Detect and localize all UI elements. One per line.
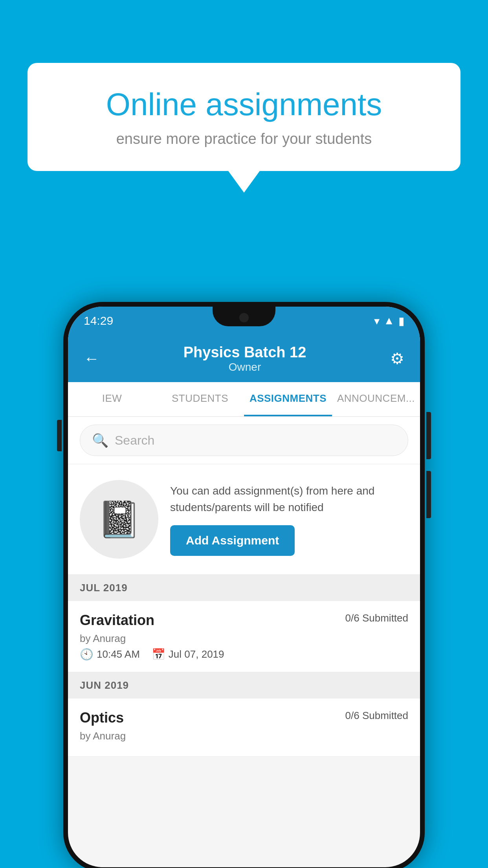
assignment-submitted-gravitation: 0/6 Submitted (345, 612, 408, 624)
speech-bubble-title: Online assignments (59, 86, 429, 123)
assignment-date-value: Jul 07, 2019 (169, 648, 224, 660)
assignment-time-gravitation: 🕙 10:45 AM (80, 648, 140, 661)
section-header-jul-2019: JUL 2019 (68, 575, 420, 601)
tab-announcements[interactable]: ANNOUNCEM... (332, 382, 420, 416)
battery-icon: ▮ (398, 314, 404, 327)
assignment-meta-gravitation: 🕙 10:45 AM 📅 Jul 07, 2019 (80, 648, 408, 661)
assignment-author-optics: by Anurag (80, 730, 408, 742)
speech-bubble-container: Online assignments ensure more practice … (28, 63, 460, 193)
assignment-name-gravitation: Gravitation (80, 612, 154, 629)
phone-notch (213, 307, 275, 326)
speech-bubble: Online assignments ensure more practice … (28, 63, 460, 171)
speech-bubble-arrow (228, 171, 260, 193)
section-header-jul-label: JUL 2019 (80, 582, 128, 594)
header-center: Physics Batch 12 Owner (183, 344, 306, 373)
tab-iew-label: IEW (102, 392, 122, 405)
status-icons: ▾ ▲ ▮ (374, 314, 404, 327)
add-assignment-button[interactable]: Add Assignment (170, 525, 295, 556)
assignment-notebook-icon: 📓 (97, 499, 141, 540)
tab-iew[interactable]: IEW (68, 382, 156, 416)
assignment-submitted-optics: 0/6 Submitted (345, 710, 408, 722)
search-container: 🔍 Search (68, 417, 420, 464)
search-input[interactable]: Search (115, 433, 154, 448)
assignment-optics-header: Optics 0/6 Submitted (80, 710, 408, 726)
tab-announcements-label: ANNOUNCEM... (337, 392, 415, 405)
section-header-jun-2019: JUN 2019 (68, 672, 420, 699)
status-time: 14:29 (84, 314, 113, 327)
settings-icon[interactable]: ⚙ (390, 349, 404, 368)
clock-icon: 🕙 (80, 648, 94, 661)
add-assignment-area: 📓 You can add assignment(s) from here an… (68, 464, 420, 575)
section-header-jun-label: JUN 2019 (80, 679, 129, 691)
search-bar[interactable]: 🔍 Search (80, 425, 408, 456)
assignment-item-gravitation[interactable]: Gravitation 0/6 Submitted by Anurag 🕙 10… (68, 601, 420, 672)
phone-volume-button (57, 420, 62, 451)
scroll-content: 🔍 Search 📓 You can add assignment(s) fro… (68, 417, 420, 867)
assignment-date-gravitation: 📅 Jul 07, 2019 (152, 648, 224, 661)
assignment-author-gravitation: by Anurag (80, 633, 408, 645)
status-bar: 14:29 ▾ ▲ ▮ (68, 307, 420, 335)
phone-frame: 14:29 ▾ ▲ ▮ ← Physics Batch 12 Owner ⚙ I… (63, 302, 425, 868)
notch-camera (239, 313, 249, 322)
search-icon: 🔍 (92, 432, 108, 448)
wifi-icon: ▾ (374, 314, 380, 327)
assignment-item-header: Gravitation 0/6 Submitted (80, 612, 408, 629)
assignment-time-value: 10:45 AM (97, 648, 140, 660)
tab-students-label: STUDENTS (172, 392, 228, 405)
tab-students[interactable]: STUDENTS (156, 382, 244, 416)
phone-power-button-2 (426, 471, 431, 518)
assignment-item-optics[interactable]: Optics 0/6 Submitted by Anurag (68, 699, 420, 757)
header-subtitle: Owner (183, 361, 306, 373)
tabs-bar: IEW STUDENTS ASSIGNMENTS ANNOUNCEM... (68, 382, 420, 417)
assignment-name-optics: Optics (80, 710, 124, 726)
add-assignment-description: You can add assignment(s) from here and … (170, 483, 408, 516)
app-header: ← Physics Batch 12 Owner ⚙ (68, 335, 420, 382)
phone-screen: 14:29 ▾ ▲ ▮ ← Physics Batch 12 Owner ⚙ I… (68, 307, 420, 867)
calendar-icon: 📅 (152, 648, 165, 661)
add-assignment-content: You can add assignment(s) from here and … (170, 483, 408, 556)
tab-assignments-label: ASSIGNMENTS (250, 392, 327, 405)
tab-assignments[interactable]: ASSIGNMENTS (244, 382, 332, 416)
signal-icon: ▲ (383, 314, 394, 327)
assignment-icon-circle: 📓 (80, 480, 158, 559)
phone-power-button (426, 412, 431, 459)
speech-bubble-subtitle: ensure more practice for your students (59, 131, 429, 147)
back-button[interactable]: ← (84, 350, 99, 368)
header-title: Physics Batch 12 (183, 344, 306, 361)
